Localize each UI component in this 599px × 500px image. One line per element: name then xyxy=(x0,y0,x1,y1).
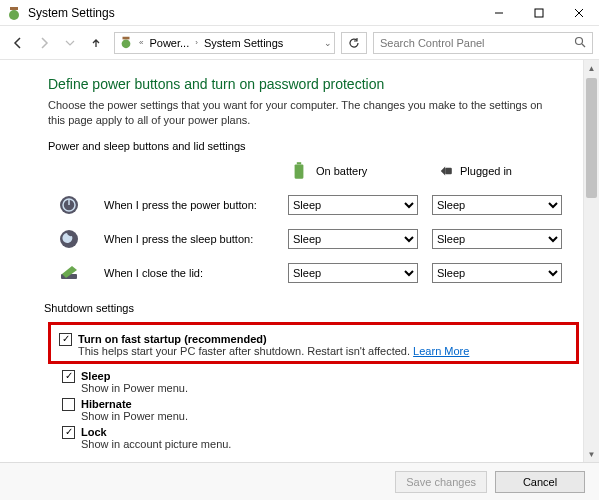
save-changes-button[interactable]: Save changes xyxy=(395,471,487,493)
svg-rect-10 xyxy=(295,164,304,178)
sleep-sub: Show in Power menu. xyxy=(81,382,188,394)
svg-rect-7 xyxy=(123,36,130,39)
nav-forward-button[interactable] xyxy=(32,31,56,55)
lid-battery-select[interactable]: Sleep xyxy=(288,263,418,283)
window-buttons xyxy=(479,0,599,26)
titlebar: System Settings xyxy=(0,0,599,26)
content-area: ▲ ▼ Define power buttons and turn on pas… xyxy=(0,60,599,462)
navbar: « Power... › System Settings ⌄ Search Co… xyxy=(0,26,599,60)
hibernate-sub: Show in Power menu. xyxy=(81,410,188,422)
row-label-power-button: When I press the power button: xyxy=(104,199,274,211)
scroll-down-icon[interactable]: ▼ xyxy=(584,446,599,462)
power-button-battery-select[interactable]: Sleep xyxy=(288,195,418,215)
scroll-thumb[interactable] xyxy=(586,78,597,198)
page-description: Choose the power settings that you want … xyxy=(48,98,548,128)
search-placeholder: Search Control Panel xyxy=(380,37,485,49)
breadcrumb-part[interactable]: Power... xyxy=(149,37,189,49)
search-input[interactable]: Search Control Panel xyxy=(373,32,593,54)
app-icon xyxy=(6,5,22,21)
sleep-title: Sleep xyxy=(81,370,188,382)
sleep-checkbox[interactable] xyxy=(62,370,75,383)
svg-line-9 xyxy=(582,44,585,47)
breadcrumb[interactable]: « Power... › System Settings ⌄ xyxy=(114,32,335,54)
hibernate-option-row: Hibernate Show in Power menu. xyxy=(62,398,579,422)
learn-more-link[interactable]: Learn More xyxy=(413,345,469,357)
breadcrumb-dropdown-icon[interactable]: ⌄ xyxy=(324,38,332,48)
lock-option-row: Lock Show in account picture menu. xyxy=(62,426,579,450)
lock-sub: Show in account picture menu. xyxy=(81,438,231,450)
lid-close-icon xyxy=(58,262,80,284)
sleep-button-battery-select[interactable]: Sleep xyxy=(288,229,418,249)
col-on-battery-label: On battery xyxy=(316,165,367,177)
fast-startup-highlight: Turn on fast startup (recommended) This … xyxy=(48,322,579,364)
footer-bar: Save changes Cancel xyxy=(0,462,599,500)
scroll-up-icon[interactable]: ▲ xyxy=(584,60,599,76)
refresh-button[interactable] xyxy=(341,32,367,54)
power-button-icon xyxy=(58,194,80,216)
minimize-button[interactable] xyxy=(479,0,519,26)
svg-rect-1 xyxy=(10,7,18,10)
power-button-plugged-select[interactable]: Sleep xyxy=(432,195,562,215)
nav-up-button[interactable] xyxy=(84,31,108,55)
maximize-button[interactable] xyxy=(519,0,559,26)
breadcrumb-icon xyxy=(119,35,133,51)
svg-point-8 xyxy=(576,37,583,44)
col-on-battery: On battery xyxy=(288,160,418,182)
sleep-button-icon xyxy=(58,228,80,250)
search-icon xyxy=(574,36,586,50)
sleep-button-plugged-select[interactable]: Sleep xyxy=(432,229,562,249)
svg-point-6 xyxy=(122,39,131,48)
svg-rect-12 xyxy=(445,167,452,174)
fast-startup-title: Turn on fast startup (recommended) xyxy=(78,333,469,345)
row-label-close-lid: When I close the lid: xyxy=(104,267,274,279)
fast-startup-row: Turn on fast startup (recommended) This … xyxy=(59,333,568,357)
col-plugged-in: Plugged in xyxy=(432,160,562,182)
svg-rect-3 xyxy=(535,9,543,17)
fast-startup-sub-text: This helps start your PC faster after sh… xyxy=(78,345,413,357)
lock-title: Lock xyxy=(81,426,231,438)
close-button[interactable] xyxy=(559,0,599,26)
fast-startup-sub: This helps start your PC faster after sh… xyxy=(78,345,469,357)
plug-icon xyxy=(432,160,454,182)
nav-recent-button[interactable] xyxy=(58,31,82,55)
lock-checkbox[interactable] xyxy=(62,426,75,439)
col-plugged-in-label: Plugged in xyxy=(460,165,512,177)
shutdown-settings-section: Shutdown settings Turn on fast startup (… xyxy=(48,302,579,450)
battery-icon xyxy=(288,160,310,182)
hibernate-title: Hibernate xyxy=(81,398,188,410)
fast-startup-checkbox[interactable] xyxy=(59,333,72,346)
section-buttons-label: Power and sleep buttons and lid settings xyxy=(48,140,579,152)
svg-rect-11 xyxy=(297,162,301,164)
cancel-button[interactable]: Cancel xyxy=(495,471,585,493)
row-label-sleep-button: When I press the sleep button: xyxy=(104,233,274,245)
svg-point-0 xyxy=(9,10,19,20)
chevron-right-icon: › xyxy=(193,38,200,47)
window-title: System Settings xyxy=(28,6,479,20)
sleep-option-row: Sleep Show in Power menu. xyxy=(62,370,579,394)
vertical-scrollbar[interactable]: ▲ ▼ xyxy=(583,60,599,462)
breadcrumb-ellipsis: « xyxy=(137,38,145,47)
power-settings-grid: On battery Plugged in When I press the p… xyxy=(58,160,579,284)
page-title: Define power buttons and turn on passwor… xyxy=(48,76,579,92)
lid-plugged-select[interactable]: Sleep xyxy=(432,263,562,283)
shutdown-settings-label: Shutdown settings xyxy=(44,302,579,314)
nav-back-button[interactable] xyxy=(6,31,30,55)
hibernate-checkbox[interactable] xyxy=(62,398,75,411)
breadcrumb-part[interactable]: System Settings xyxy=(204,37,283,49)
